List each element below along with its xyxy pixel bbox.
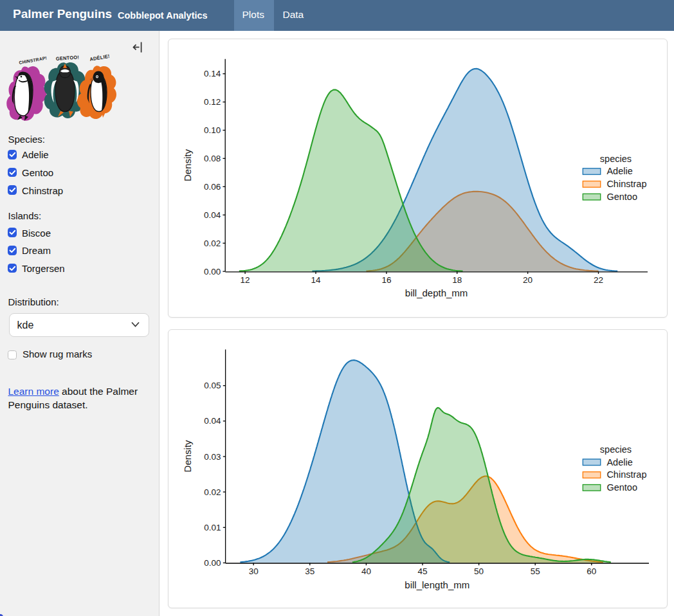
svg-text:Chinstrap: Chinstrap <box>606 469 646 480</box>
svg-text:bill_depth_mm: bill_depth_mm <box>405 287 468 298</box>
svg-text:Chinstrap: Chinstrap <box>606 179 646 189</box>
svg-text:species: species <box>600 154 632 164</box>
svg-text:0.00: 0.00 <box>204 267 221 276</box>
svg-text:50: 50 <box>474 566 484 576</box>
svg-text:Adelie: Adelie <box>606 457 632 467</box>
svg-text:55: 55 <box>531 566 540 576</box>
svg-text:0.06: 0.06 <box>204 182 221 192</box>
svg-text:ADÉLIE!: ADÉLIE! <box>89 53 110 62</box>
svg-text:species: species <box>600 444 632 455</box>
svg-text:0.01: 0.01 <box>204 523 221 532</box>
svg-text:0.14: 0.14 <box>204 69 221 78</box>
svg-text:30: 30 <box>249 566 259 576</box>
svg-text:0.04: 0.04 <box>204 416 221 426</box>
svg-text:0.10: 0.10 <box>204 125 221 135</box>
svg-text:12: 12 <box>241 275 250 285</box>
svg-text:0.02: 0.02 <box>204 239 221 248</box>
svg-text:20: 20 <box>523 275 533 285</box>
svg-text:45: 45 <box>417 566 427 576</box>
svg-text:14: 14 <box>311 275 321 285</box>
svg-text:0.08: 0.08 <box>204 154 221 163</box>
svg-text:0.05: 0.05 <box>204 381 221 390</box>
svg-text:0.02: 0.02 <box>204 487 221 497</box>
svg-text:Density: Density <box>182 149 193 181</box>
svg-text:35: 35 <box>305 566 314 576</box>
svg-text:60: 60 <box>587 566 596 576</box>
svg-text:Gentoo: Gentoo <box>606 192 637 202</box>
svg-text:0.00: 0.00 <box>204 558 221 568</box>
svg-text:0.03: 0.03 <box>204 452 221 462</box>
svg-text:40: 40 <box>361 566 371 576</box>
svg-text:bill_length_mm: bill_length_mm <box>405 579 469 590</box>
svg-text:Gentoo: Gentoo <box>606 482 637 493</box>
svg-text:GENTOO!: GENTOO! <box>56 54 80 62</box>
svg-text:0.04: 0.04 <box>204 210 221 220</box>
svg-text:Density: Density <box>182 440 193 473</box>
svg-text:16: 16 <box>381 275 391 285</box>
svg-text:Adelie: Adelie <box>606 166 632 176</box>
svg-text:0.12: 0.12 <box>204 97 221 107</box>
svg-text:CHINSTRAP!: CHINSTRAP! <box>19 55 47 65</box>
svg-text:18: 18 <box>452 275 462 285</box>
svg-text:22: 22 <box>594 275 603 285</box>
